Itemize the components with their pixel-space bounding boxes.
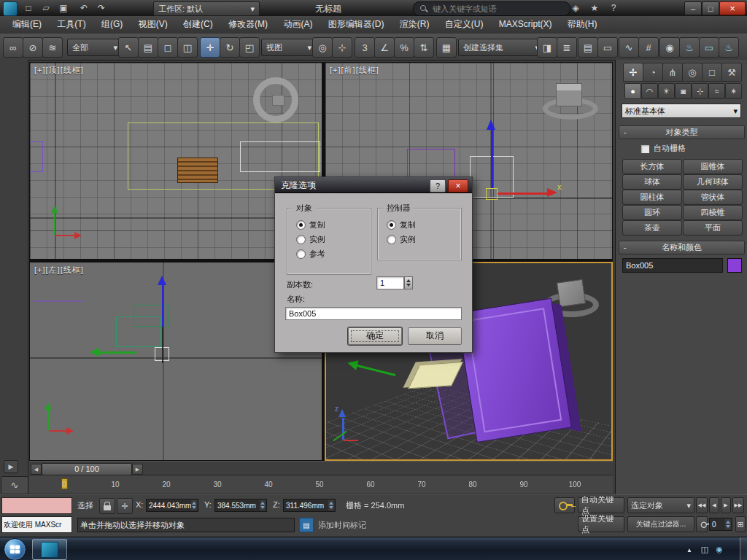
select-object-icon[interactable]: ↖ <box>118 37 139 58</box>
spinner-icon[interactable] <box>725 519 731 529</box>
select-and-link-icon[interactable]: ∞ <box>3 37 23 58</box>
menu-modifiers[interactable]: 修改器(M) <box>222 16 274 33</box>
spinner-snap-icon[interactable]: ⇅ <box>414 37 434 58</box>
maximize-viewport-toggle-icon[interactable]: ⊞ <box>735 516 746 532</box>
tab-create-icon[interactable]: ✢ <box>623 63 643 82</box>
mini-curve-editor-icon[interactable]: ∿ <box>1 476 28 494</box>
render-setup-icon[interactable]: ♨ <box>679 37 700 58</box>
autogrid-checkbox[interactable] <box>640 144 650 154</box>
communication-center-icon[interactable]: ◈ <box>568 1 584 15</box>
radio-object-reference[interactable] <box>296 249 306 259</box>
object-type-rollout[interactable]: - 对象类型 <box>619 125 745 139</box>
viewport-label[interactable]: [+][顶][线框] <box>34 65 84 76</box>
time-slider-handle[interactable]: 0 / 100 <box>42 463 132 475</box>
primitive-cylinder-button[interactable]: 圆柱体 <box>622 190 682 205</box>
maxscript-mini-listener[interactable]: 欢迎使用 MAXScr <box>1 516 72 533</box>
macro-recorder-field[interactable] <box>1 497 72 514</box>
named-selection-sets-dropdown[interactable]: 创建选择集 ▾ <box>458 39 544 56</box>
select-and-manipulate-icon[interactable]: ⊹ <box>332 37 352 58</box>
angle-snap-icon[interactable]: ∠ <box>374 37 395 58</box>
open-file-icon[interactable]: ▱ <box>38 1 54 15</box>
key-filters-button[interactable]: 关键点过滤器... <box>627 516 694 532</box>
menu-tools[interactable]: 工具(T) <box>50 16 92 33</box>
menu-maxscript[interactable]: MAXScript(X) <box>492 16 559 33</box>
box-wireframe-selected[interactable] <box>240 141 320 172</box>
render-production-icon[interactable]: ♨ <box>719 37 739 58</box>
spinner-icon[interactable] <box>191 500 197 510</box>
rectangular-selection-region-icon[interactable]: ◻ <box>158 37 178 58</box>
radio-controller-instance[interactable] <box>387 235 396 244</box>
dialog-close-button[interactable]: × <box>448 179 468 192</box>
box-object-perspective[interactable] <box>557 279 586 308</box>
select-and-rotate-icon[interactable]: ↻ <box>220 37 240 58</box>
current-frame-input[interactable]: 0 <box>709 518 732 531</box>
primitive-geosphere-button[interactable]: 几何球体 <box>683 174 743 190</box>
favorites-icon[interactable]: ★ <box>587 1 603 15</box>
edit-named-selection-sets-icon[interactable]: ▦ <box>436 37 457 58</box>
category-shapes-icon[interactable]: ◠ <box>641 83 658 99</box>
layer-manager-icon[interactable]: ▤ <box>578 37 598 58</box>
save-file-icon[interactable]: ▣ <box>55 1 71 15</box>
category-helpers-icon[interactable]: ⊹ <box>692 83 708 99</box>
minimize-button[interactable]: – <box>684 1 702 15</box>
primitive-cone-button[interactable]: 圆锥体 <box>683 159 743 174</box>
object-name-input[interactable]: Box005 <box>622 258 723 273</box>
category-systems-icon[interactable]: ✶ <box>725 83 742 99</box>
primitive-plane-button[interactable]: 平面 <box>683 220 743 236</box>
selection-lock-icon[interactable] <box>99 498 115 514</box>
menu-create[interactable]: 创建(C) <box>177 16 220 33</box>
set-key-icon-button[interactable] <box>554 497 575 513</box>
clone-name-input[interactable]: Box005 <box>285 307 462 320</box>
close-button[interactable]: × <box>719 1 746 15</box>
object-color-swatch[interactable] <box>727 258 742 273</box>
use-pivot-center-icon[interactable]: ◎ <box>312 37 333 58</box>
select-by-name-icon[interactable]: ▤ <box>138 37 158 58</box>
purple-wireframe-partial[interactable] <box>30 141 43 172</box>
undo-icon[interactable]: ↶ <box>76 1 92 15</box>
menu-group[interactable]: 组(G) <box>95 16 129 33</box>
expand-tray-icon[interactable]: ▶ <box>4 460 18 473</box>
radio-controller-instance-label[interactable]: 实例 <box>400 234 416 245</box>
copies-spinner[interactable] <box>404 276 413 289</box>
snap-toggle-3d-icon[interactable]: 3 <box>355 37 375 58</box>
add-time-tag-text[interactable]: 添加时间标记 <box>318 520 366 531</box>
radio-object-copy[interactable] <box>296 220 306 230</box>
gizmo-z-axis[interactable] <box>162 284 164 327</box>
category-cameras-icon[interactable]: ◙ <box>675 83 692 99</box>
menu-edit[interactable]: 编辑(E) <box>6 16 48 33</box>
select-and-move-icon[interactable]: ✛ <box>200 37 220 58</box>
spinner-icon[interactable] <box>328 500 334 510</box>
material-editor-icon[interactable]: ◉ <box>659 37 680 58</box>
curve-editor-icon[interactable]: ∿ <box>619 37 639 58</box>
menu-views[interactable]: 视图(V) <box>132 16 174 33</box>
copies-input[interactable]: 1 <box>376 276 404 289</box>
y-coord-input[interactable]: 384.553mm <box>214 499 267 512</box>
key-mode-toggle-icon[interactable] <box>696 516 708 532</box>
gizmo-z-axis[interactable] <box>491 130 493 188</box>
viewport-label[interactable]: [+][前][线框] <box>330 65 379 76</box>
tray-icon-1[interactable]: ◫ <box>699 543 711 555</box>
go-to-end-icon[interactable]: ▶▶ <box>732 497 744 513</box>
radio-object-instance[interactable] <box>296 235 306 244</box>
workspace-dropdown[interactable]: 工作区: 默认 ▾ <box>153 1 260 16</box>
radio-controller-copy[interactable] <box>387 220 396 230</box>
maximize-button[interactable]: □ <box>702 1 719 15</box>
next-frame-icon[interactable]: ▶ <box>132 464 143 475</box>
purple-box-main[interactable] <box>456 297 579 446</box>
gizmo-axis-arrow[interactable] <box>346 357 399 383</box>
primitive-teapot-button[interactable]: 茶壶 <box>622 220 682 236</box>
category-lights-icon[interactable]: ☀ <box>658 83 675 99</box>
previous-frame-icon[interactable]: ◀ <box>709 497 719 513</box>
absolute-mode-icon[interactable]: ✛ <box>117 498 133 514</box>
selection-set-dropdown[interactable]: 选定对象 ▾ <box>627 497 694 513</box>
time-tag-icon[interactable]: ▤ <box>299 518 314 532</box>
gizmo-center[interactable] <box>486 188 498 200</box>
primitive-pyramid-button[interactable]: 四棱锥 <box>683 205 743 220</box>
tab-display-icon[interactable]: □ <box>702 63 722 82</box>
percent-snap-icon[interactable]: % <box>394 37 414 58</box>
go-to-start-icon[interactable]: ◀◀ <box>696 497 708 513</box>
tab-hierarchy-icon[interactable]: ⋔ <box>662 63 683 82</box>
search-input[interactable]: 键入关键字或短语 <box>413 1 570 16</box>
selection-filter-dropdown[interactable]: 全部 ▾ <box>67 39 123 56</box>
wood-box-object[interactable] <box>177 158 218 183</box>
